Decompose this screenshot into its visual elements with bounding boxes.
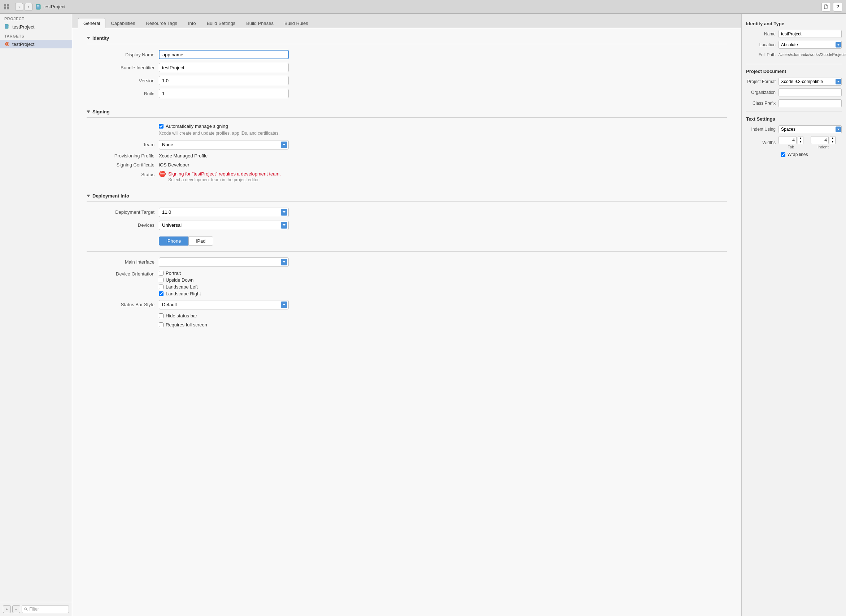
iphone-button[interactable]: iPhone xyxy=(159,237,188,246)
deployment-triangle[interactable] xyxy=(87,195,90,197)
device-buttons-row: iPhone iPad xyxy=(87,234,727,246)
requires-full-screen-row: Requires full screen xyxy=(87,322,727,328)
filter-search-icon xyxy=(24,607,28,611)
panel-indent-using-label: Indent Using xyxy=(746,127,778,132)
bundle-id-row: Bundle Identifier xyxy=(87,63,727,72)
portrait-checkbox[interactable] xyxy=(159,271,163,275)
device-orientation-control: Portrait Upside Down Landscape Left xyxy=(159,271,289,297)
filter-placeholder: Filter xyxy=(29,607,39,612)
tab-build-settings[interactable]: Build Settings xyxy=(201,18,241,28)
panel-organization-input[interactable] xyxy=(778,88,842,96)
panel-class-prefix-row: Class Prefix xyxy=(746,99,842,107)
hide-status-bar-row: Hide status bar xyxy=(87,313,727,319)
tab-info[interactable]: Info xyxy=(183,18,201,28)
hide-status-bar-checkbox[interactable] xyxy=(159,313,163,318)
identity-section-header: Identity xyxy=(87,35,727,44)
landscape-right-label: Landscape Right xyxy=(166,291,201,297)
panel-indent-using-select[interactable]: Spaces xyxy=(778,125,842,133)
targets-section-label: TARGETS xyxy=(0,31,72,40)
main-interface-control xyxy=(159,257,289,267)
back-button[interactable]: ‹ xyxy=(15,3,23,11)
status-bar-style-select[interactable]: Default xyxy=(159,300,289,309)
signing-triangle[interactable] xyxy=(87,110,90,113)
deployment-target-select[interactable]: 11.0 xyxy=(159,207,289,217)
team-select[interactable]: None xyxy=(159,140,289,150)
identity-triangle[interactable] xyxy=(87,37,90,39)
panel-location-label: Location xyxy=(746,42,778,47)
indent-stepper-up[interactable]: ▲ xyxy=(830,136,836,140)
indent-stepper-input[interactable] xyxy=(811,136,829,144)
panel-divider-1 xyxy=(746,64,842,64)
indent-group: ▲ ▼ Tab ▲ ▼ xyxy=(778,136,836,149)
content-area: General Capabilities Resource Tags Info … xyxy=(72,14,741,616)
auto-manage-row: Automatically manage signing Xcode will … xyxy=(87,123,727,137)
project-name: testProject xyxy=(12,24,34,29)
tab-build-phases[interactable]: Build Phases xyxy=(241,18,279,28)
team-row: Team None xyxy=(87,140,727,150)
panel-full-path-row: Full Path /Users/s.kamada/works/XcodePro… xyxy=(746,51,842,60)
status-messages: Signing for "testProject" requires a dev… xyxy=(168,171,281,182)
main-interface-select[interactable] xyxy=(159,257,289,267)
status-hint-text: Select a development team in the project… xyxy=(168,177,281,182)
tab-build-rules[interactable]: Build Rules xyxy=(279,18,314,28)
landscape-right-checkbox[interactable] xyxy=(159,291,163,296)
auto-manage-checkbox[interactable] xyxy=(159,124,163,129)
panel-name-input[interactable] xyxy=(778,30,842,38)
provisioning-profile-text: Xcode Managed Profile xyxy=(159,153,207,159)
orientation-group: Portrait Upside Down Landscape Left xyxy=(159,271,289,297)
devices-select[interactable]: Universal xyxy=(159,221,289,230)
filter-field[interactable]: Filter xyxy=(22,605,69,613)
build-input[interactable] xyxy=(159,89,289,98)
panel-project-format-select-wrapper: Xcode 9.3-compatible xyxy=(778,78,842,85)
panel-class-prefix-input[interactable] xyxy=(778,99,842,107)
sidebar-item-project[interactable]: testProject xyxy=(0,22,72,31)
project-icon xyxy=(35,4,41,10)
svg-rect-0 xyxy=(4,4,6,6)
upside-down-checkbox[interactable] xyxy=(159,278,163,282)
text-settings-title: Text Settings xyxy=(746,116,842,122)
main-interface-select-wrapper xyxy=(159,257,289,267)
ipad-button[interactable]: iPad xyxy=(188,237,213,246)
requires-full-screen-checkbox[interactable] xyxy=(159,322,163,327)
full-path-text: /Users/s.kamada/works/XcodeProjects/test… xyxy=(778,51,846,58)
app-window: ‹ › testProject ? PROJECT xyxy=(0,0,846,616)
tab-resource-tags[interactable]: Resource Tags xyxy=(140,18,182,28)
help-icon-btn[interactable]: ? xyxy=(833,2,842,12)
add-target-button[interactable]: + xyxy=(3,605,11,613)
grid-icon[interactable] xyxy=(4,4,9,10)
tab-bar: General Capabilities Resource Tags Info … xyxy=(72,14,741,28)
doc-icon-btn[interactable] xyxy=(821,2,831,12)
auto-manage-control: Automatically manage signing Xcode will … xyxy=(159,123,289,137)
svg-rect-1 xyxy=(7,4,9,6)
forward-button[interactable]: › xyxy=(25,3,32,11)
tab-capabilities[interactable]: Capabilities xyxy=(106,18,140,28)
status-bar-style-row: Status Bar Style Default xyxy=(87,300,727,309)
svg-point-11 xyxy=(6,43,8,45)
portrait-label: Portrait xyxy=(166,271,181,276)
signing-cert-label: Signing Certificate xyxy=(87,162,159,168)
display-name-input[interactable] xyxy=(159,50,289,59)
content-scroll: Identity Display Name Bundle Identifier xyxy=(72,28,741,616)
version-input[interactable] xyxy=(159,76,289,85)
target-icon xyxy=(4,41,10,47)
tab-stepper-input[interactable] xyxy=(778,136,796,144)
tab-general[interactable]: General xyxy=(78,18,106,28)
sidebar-item-target[interactable]: testProject xyxy=(0,40,72,49)
build-row: Build xyxy=(87,89,727,98)
indent-stepper-down[interactable]: ▼ xyxy=(830,140,836,144)
bundle-id-input[interactable] xyxy=(159,63,289,72)
tab-stepper-up[interactable]: ▲ xyxy=(798,136,803,140)
panel-project-format-select[interactable]: Xcode 9.3-compatible xyxy=(778,78,842,85)
landscape-left-checkbox[interactable] xyxy=(159,285,163,289)
project-file-icon xyxy=(4,24,10,29)
remove-target-button[interactable]: – xyxy=(12,605,20,613)
auto-manage-checkbox-row: Automatically manage signing xyxy=(159,123,289,129)
tab-stepper-down[interactable]: ▼ xyxy=(798,140,803,144)
hide-status-bar-control: Hide status bar xyxy=(159,313,289,319)
panel-full-path-label: Full Path xyxy=(746,51,778,57)
panel-indent-using-row: Indent Using Spaces xyxy=(746,125,842,133)
panel-location-select[interactable]: Absolute xyxy=(778,41,842,49)
devices-select-wrapper: Universal xyxy=(159,221,289,230)
wrap-lines-checkbox[interactable] xyxy=(781,152,785,157)
auto-manage-desc: Xcode will create and update profiles, a… xyxy=(159,130,289,137)
